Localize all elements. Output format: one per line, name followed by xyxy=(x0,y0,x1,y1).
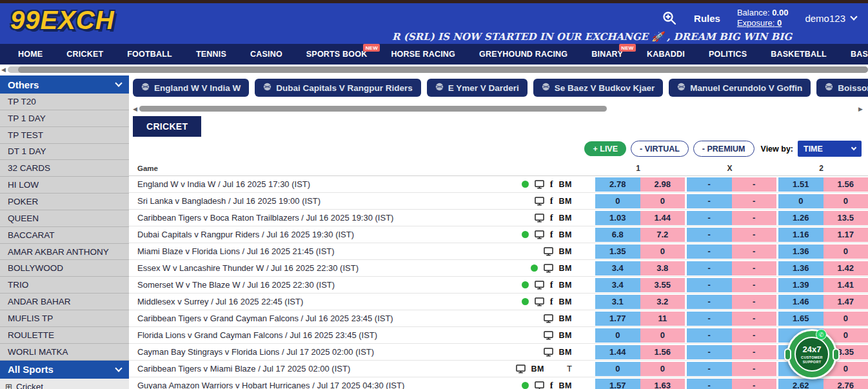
sidebar-item-trio[interactable]: TRIO xyxy=(0,277,129,294)
nav-item-casino[interactable]: CASINO xyxy=(250,50,282,59)
nav-item-basketball[interactable]: BASKETBALL xyxy=(771,50,827,59)
game-cell[interactable]: Cayman Bay Stingrays v Florida Lions / J… xyxy=(129,344,595,360)
rules-link[interactable]: Rules xyxy=(694,13,720,24)
game-cell[interactable]: Caribbean Tigers v Boca Raton Trailblaze… xyxy=(129,210,595,226)
back-odds-cell[interactable]: - xyxy=(687,228,732,242)
lay-odds-cell[interactable]: - xyxy=(732,312,777,326)
ticker-match-manuel-cerundolo-v-goffin[interactable]: Manuel Cerundolo V Goffin xyxy=(669,79,811,97)
sidebar-item-tp-1-day[interactable]: TP 1 DAY xyxy=(0,110,129,127)
lay-odds-cell[interactable]: 1.63 xyxy=(640,379,686,389)
back-odds-cell[interactable]: 1.51 xyxy=(778,177,824,192)
back-odds-cell[interactable]: - xyxy=(687,194,732,208)
logo[interactable]: 99EXCH xyxy=(10,6,115,35)
sidebar-item-32-cards[interactable]: 32 CARDS xyxy=(0,160,129,177)
game-cell[interactable]: Somerset W v The Blaze W / Jul 16 2025 2… xyxy=(129,277,595,293)
back-odds-cell[interactable]: 1.26 xyxy=(778,211,824,225)
sidebar-item-dt-1-day[interactable]: DT 1 DAY xyxy=(0,144,129,161)
back-odds-cell[interactable]: 1.65 xyxy=(778,312,824,326)
nav-item-horse-racing[interactable]: HORSE RACING xyxy=(391,50,455,59)
lay-odds-cell[interactable]: 1.44 xyxy=(640,211,686,225)
back-odds-cell[interactable]: 1.57 xyxy=(595,379,640,389)
search-icon[interactable] xyxy=(662,10,677,26)
nav-item-tennis[interactable]: TENNIS xyxy=(196,50,226,59)
lay-odds-cell[interactable]: 7.2 xyxy=(640,228,686,242)
back-odds-cell[interactable]: 3.1 xyxy=(595,295,640,309)
back-odds-cell[interactable]: - xyxy=(687,312,732,326)
exposure-line[interactable]: Exposure: 0 xyxy=(737,18,789,28)
sidebar-others-header[interactable]: Others xyxy=(0,75,129,94)
nav-item-baseball[interactable]: BASEBALL xyxy=(851,50,868,59)
sidebar-item-baccarat[interactable]: BACCARAT xyxy=(0,227,129,244)
lay-odds-cell[interactable]: - xyxy=(732,194,777,208)
lay-odds-cell[interactable]: 0 xyxy=(640,194,686,208)
sidebar-item-roulette[interactable]: ROULETTE xyxy=(0,327,129,344)
back-odds-cell[interactable]: 1.77 xyxy=(595,312,640,326)
lay-odds-cell[interactable]: - xyxy=(732,295,777,309)
lay-odds-cell[interactable]: - xyxy=(732,345,777,359)
game-cell[interactable]: Sri Lanka v Bangladesh / Jul 16 2025 19:… xyxy=(129,193,595,209)
sidebar-allsports-header[interactable]: All Sports xyxy=(0,361,129,379)
support-badge[interactable]: 24x7 CUSTOMER SUPPORT ✆ xyxy=(784,328,840,381)
lay-odds-cell[interactable]: - xyxy=(732,177,777,192)
back-odds-cell[interactable]: - xyxy=(687,295,732,309)
virtual-filter-button[interactable]: - VIRTUAL xyxy=(631,141,689,157)
back-odds-cell[interactable]: 1.36 xyxy=(778,244,824,259)
lay-odds-cell[interactable]: 1.56 xyxy=(640,345,686,359)
back-odds-cell[interactable]: 1.35 xyxy=(595,244,640,259)
sidebar-item-queen[interactable]: QUEEN xyxy=(0,210,129,227)
lay-odds-cell[interactable]: - xyxy=(732,228,777,242)
back-odds-cell[interactable]: - xyxy=(687,244,732,259)
back-odds-cell[interactable]: - xyxy=(687,211,732,225)
lay-odds-cell[interactable]: 3.55 xyxy=(640,278,686,292)
lay-odds-cell[interactable]: 3.2 xyxy=(640,295,686,309)
nav-item-sports-book[interactable]: SPORTS BOOKNEW xyxy=(306,50,368,59)
cricket-section-tab[interactable]: CRICKET xyxy=(133,116,201,137)
back-odds-cell[interactable]: - xyxy=(687,278,732,292)
sidebar-item-andar-bahar[interactable]: ANDAR BAHAR xyxy=(0,294,129,310)
sidebar-item-tp-t20[interactable]: TP T20 xyxy=(0,94,129,110)
sidebar-item-poker[interactable]: POKER xyxy=(0,194,129,210)
game-cell[interactable]: Florida Lions v Grand Cayman Falcons / J… xyxy=(129,327,595,343)
game-cell[interactable]: Essex W v Lancashire Thunder W / Jul 16 … xyxy=(129,260,595,276)
back-odds-cell[interactable]: - xyxy=(687,177,732,192)
nav-item-cricket[interactable]: CRICKET xyxy=(66,50,103,59)
nav-item-football[interactable]: FOOTBALL xyxy=(127,50,172,59)
nav-item-greyhound-racing[interactable]: GREYHOUND RACING xyxy=(479,50,567,59)
lay-odds-cell[interactable]: 0 xyxy=(640,244,686,259)
lay-odds-cell[interactable]: - xyxy=(732,379,777,389)
lay-odds-cell[interactable]: 0 xyxy=(640,362,686,376)
game-cell[interactable]: Dubai Capitals v Rangpur Riders / Jul 16… xyxy=(129,226,595,243)
scrollbar-thumb[interactable] xyxy=(139,106,607,112)
back-odds-cell[interactable]: - xyxy=(687,345,732,359)
back-odds-cell[interactable]: 6.8 xyxy=(595,228,640,242)
lay-odds-cell[interactable]: - xyxy=(732,211,777,225)
game-cell[interactable]: Miami Blaze v Florida Lions / Jul 16 202… xyxy=(129,243,595,259)
ticker-match-se-baez-v-budkov-kjaer[interactable]: Se Baez V Budkov Kjaer xyxy=(533,79,663,97)
view-by-select[interactable]: TIME xyxy=(798,141,862,157)
premium-filter-button[interactable]: - PREMIUM xyxy=(693,141,755,157)
scrollbar-thumb[interactable] xyxy=(18,66,868,73)
lay-odds-cell[interactable]: 1.56 xyxy=(824,177,868,192)
page-hscrollbar[interactable]: ◀ xyxy=(0,65,868,75)
back-odds-cell[interactable]: 3.4 xyxy=(595,278,640,292)
back-odds-cell[interactable]: - xyxy=(687,261,732,275)
back-odds-cell[interactable]: - xyxy=(687,362,732,376)
lay-odds-cell[interactable]: 0 xyxy=(824,194,868,208)
nav-item-kabaddi[interactable]: KABADDI xyxy=(647,50,685,59)
game-cell[interactable]: Middlesex v Surrey / Jul 16 2025 22:45 (… xyxy=(129,294,595,310)
game-cell[interactable]: Caribbean Tigers v Grand Cayman Falcons … xyxy=(129,310,595,326)
lay-odds-cell[interactable]: - xyxy=(732,244,777,259)
live-filter-button[interactable]: + LIVE xyxy=(584,141,626,156)
back-odds-cell[interactable]: 1.44 xyxy=(595,345,640,359)
back-odds-cell[interactable]: 0 xyxy=(778,194,824,208)
lay-odds-cell[interactable]: - xyxy=(732,328,777,343)
scrollbar-track[interactable] xyxy=(8,66,868,73)
ticker-match-boisson-v-tama-korpatsch[interactable]: Boisson V Tama Korpatsch xyxy=(816,79,868,97)
lay-odds-cell[interactable]: 1.47 xyxy=(824,295,868,309)
ticker-match-england-w-v-india-w[interactable]: England W V India W xyxy=(133,79,249,97)
lay-odds-cell[interactable]: 0 xyxy=(824,244,868,259)
back-odds-cell[interactable]: 0 xyxy=(595,362,640,376)
sidebar-item-bollywood[interactable]: BOLLYWOOD xyxy=(0,260,129,277)
back-odds-cell[interactable]: 3.4 xyxy=(595,261,640,275)
back-odds-cell[interactable]: 1.16 xyxy=(778,228,824,242)
